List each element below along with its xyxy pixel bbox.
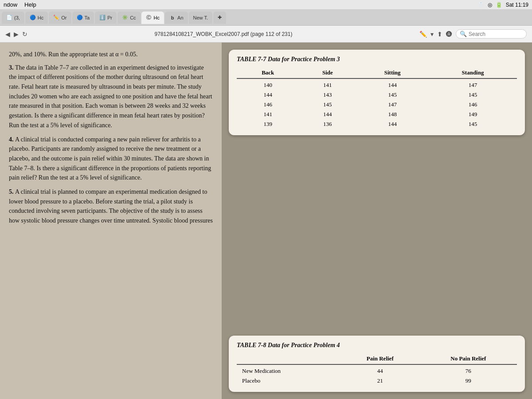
tab-label-cc: Cc [130, 15, 136, 20]
toolbar: ◀ ▶ ↻ 9781284108217_WOBK_Excel2007.pdf (… [0, 26, 532, 43]
table-cell: 44 [340, 364, 420, 376]
menu-bar-right: 🦷 ◎ 🔋 Sat 11:19 [477, 2, 528, 8]
tab-icon-b: b [169, 15, 176, 21]
share-icon[interactable]: ⬆ [437, 31, 442, 38]
table-cell: 144 [237, 90, 299, 100]
table-row: 141144148149 [237, 110, 517, 119]
time-display: Sat 11:19 [506, 2, 528, 8]
tab-ta[interactable]: 🔵 Ta [72, 12, 94, 24]
col-back: Back [237, 67, 299, 78]
wifi-icon: ◎ [488, 2, 492, 8]
tab-icon-hc: 🔵 [30, 15, 36, 21]
table-cell: 144 [356, 78, 429, 90]
dropdown-icon[interactable]: ▾ [430, 31, 434, 38]
forward-icon[interactable]: ▶ [14, 31, 19, 38]
table-cell: 140 [237, 78, 299, 90]
table-cell: 136 [299, 119, 356, 129]
table-row: 140141144147 [237, 78, 517, 90]
battery-icon: 🔋 [496, 2, 502, 8]
table-7-7-box: TABLE 7-7 Data for Practice Problem 3 Ba… [229, 50, 525, 135]
table-cell: 148 [356, 110, 429, 119]
middle-spacer [229, 142, 525, 329]
table-7-7: Back Side Sitting Standing 1401411441471… [237, 67, 517, 129]
table-cell: 149 [429, 110, 517, 119]
table-row: Placebo2199 [237, 376, 517, 386]
tab-label-or: Or [61, 15, 66, 20]
menu-item-ndow[interactable]: ndow [4, 1, 17, 8]
table-7-8-box: TABLE 7-8 Data for Practice Problem 4 Pa… [229, 336, 525, 392]
table-cell: 21 [340, 376, 420, 386]
tab-pr[interactable]: ℹ️ Pr [95, 12, 117, 24]
intro-text: 20%, and 10%. Run the appropriate test a… [9, 50, 213, 59]
problem-4: 4. A clinical trial is conducted compari… [9, 135, 213, 183]
problem-4-text: A clinical trial is conducted comparing … [9, 136, 211, 181]
reload-icon[interactable]: ↻ [22, 31, 27, 38]
tab-add[interactable]: ✚ [213, 12, 226, 24]
tab-hc2[interactable]: Ⓒ Hc [141, 12, 164, 24]
table-7-7-subtitle: Data for Practice Problem 3 [268, 56, 340, 63]
table-cell: 76 [420, 364, 517, 376]
search-input[interactable] [469, 31, 522, 37]
table-7-8-subtitle: Data for Practice Problem 4 [268, 342, 340, 348]
col-pain-relief: Pain Relief [340, 353, 420, 364]
table-row: 146145147146 [237, 100, 517, 110]
tab-label-pr: Pr [107, 15, 112, 20]
table-7-8-title: TABLE 7-8 Data for Practice Problem 4 [237, 342, 517, 349]
annotation-icon[interactable]: 🅐 [446, 31, 452, 38]
problem-3-text: The data in Table 7–7 are collected in a… [9, 64, 212, 129]
search-box[interactable]: 🔍 [456, 29, 527, 39]
table-row: 144143145145 [237, 90, 517, 100]
menu-bar-left: ndow Help [4, 1, 36, 8]
table-7-8-name: TABLE 7-8 [237, 342, 266, 348]
table-row: 139136144145 [237, 119, 517, 129]
table-row: New Medication4476 [237, 364, 517, 376]
col-empty [237, 353, 340, 364]
table-cell: 139 [237, 119, 299, 129]
problem-4-number: 4. [9, 136, 15, 143]
table-cell: Placebo [237, 376, 340, 386]
back-icon[interactable]: ◀ [5, 31, 10, 38]
tab-label-newt: New T. [193, 15, 208, 20]
table-cell: 143 [299, 90, 356, 100]
text-panel: 20%, and 10%. Run the appropriate test a… [0, 43, 222, 399]
tab-icon-hc2: Ⓒ [146, 15, 152, 21]
tab-or[interactable]: ✏️ Or [49, 12, 71, 24]
tab-icon-pr: ℹ️ [99, 15, 106, 21]
table-cell: 145 [356, 90, 429, 100]
tab-label-hc: Hc [38, 15, 43, 20]
main-content: 20%, and 10%. Run the appropriate test a… [0, 43, 532, 399]
col-standing: Standing [429, 67, 517, 78]
tab-hc[interactable]: 🔵 Hc [25, 12, 48, 24]
table-cell: 145 [429, 90, 517, 100]
tab-icon-cc: ✳️ [122, 15, 128, 21]
problem-5: 5. A clinical trial is planned to compar… [9, 187, 213, 226]
toolbar-right: ✏️ ▾ ⬆ 🅐 🔍 [419, 29, 527, 39]
menu-bar: ndow Help 🦷 ◎ 🔋 Sat 11:19 [0, 0, 532, 10]
table-cell: 141 [299, 78, 356, 90]
table-cell: New Medication [237, 364, 340, 376]
tab-newt[interactable]: New T. [189, 12, 212, 24]
pen-icon[interactable]: ✏️ [419, 31, 427, 38]
file-name: 9781284108217_WOBK_Excel2007.pdf (page 1… [31, 31, 416, 37]
tab-label-3: (3, [14, 15, 20, 20]
table-cell: 147 [356, 100, 429, 110]
tab-label-b: An [177, 15, 183, 20]
bluetooth-icon: 🦷 [477, 2, 484, 8]
table-cell: 141 [237, 110, 299, 119]
tab-b[interactable]: b An [165, 12, 188, 24]
table-cell: 145 [299, 100, 356, 110]
table-cell: 146 [429, 100, 517, 110]
tab-icon-3: 📄 [6, 15, 12, 21]
tab-icon-or: ✏️ [53, 15, 59, 21]
search-icon: 🔍 [460, 31, 467, 37]
col-sitting: Sitting [356, 67, 429, 78]
tab-3[interactable]: 📄 (3, [2, 12, 24, 24]
problem-3: 3. The data in Table 7–7 are collected i… [9, 63, 213, 130]
menu-item-help[interactable]: Help [24, 1, 36, 8]
table-cell: 144 [299, 110, 356, 119]
problem-5-text: A clinical trial is planned to compare a… [9, 188, 213, 224]
table-7-8: Pain Relief No Pain Relief New Medicatio… [237, 353, 517, 386]
tab-cc[interactable]: ✳️ Cc [117, 12, 140, 24]
table-cell: 147 [429, 78, 517, 90]
tab-bar: 📄 (3, 🔵 Hc ✏️ Or 🔵 Ta ℹ️ Pr ✳️ Cc Ⓒ Hc b… [0, 10, 532, 26]
